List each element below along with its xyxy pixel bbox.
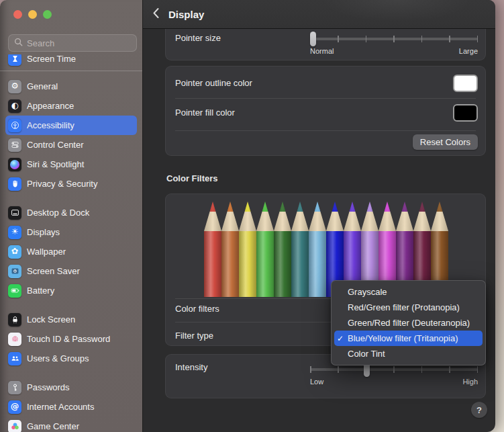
- pointer-fill-color-swatch[interactable]: [453, 104, 478, 122]
- sidebar-item-displays[interactable]: ☀Displays: [5, 222, 137, 242]
- slider-tick: [393, 366, 395, 373]
- sidebar-item-label: Siri & Spotlight: [27, 159, 84, 169]
- pencil: [309, 202, 326, 297]
- menu-item-label: Red/Green filter (Protanopia): [348, 302, 460, 312]
- pencil-tip: [256, 202, 274, 231]
- help-button[interactable]: ?: [471, 402, 487, 418]
- sidebar-item-label: General: [27, 81, 58, 91]
- search-input[interactable]: [27, 38, 131, 48]
- reset-colors-button[interactable]: Reset Colors: [413, 134, 478, 150]
- menu-item-red-green-filter-protanopia[interactable]: Red/Green filter (Protanopia): [334, 300, 483, 315]
- pencil-tip: [344, 202, 361, 231]
- slider-max-label: High: [462, 378, 478, 386]
- pencil-tip: [274, 202, 291, 231]
- sidebar-item-accessibility[interactable]: Accessibility: [5, 116, 137, 135]
- sidebar-item-internet-accounts[interactable]: @Internet Accounts: [5, 397, 137, 417]
- sidebar-item-siri-spotlight[interactable]: Siri & Spotlight: [5, 155, 137, 174]
- sidebar-item-lock-screen[interactable]: Lock Screen: [5, 310, 137, 329]
- pencil: [204, 202, 221, 297]
- pencil: [274, 202, 291, 297]
- sidebar-item-label: Accessibility: [27, 120, 74, 130]
- slider-tick: [421, 366, 423, 373]
- accessibility-icon: [8, 119, 21, 132]
- slider-tick: [310, 366, 311, 373]
- pencil-tip: [204, 202, 221, 231]
- sidebar-item-label: Appearance: [27, 101, 74, 111]
- pencil-body: [256, 231, 274, 297]
- back-button[interactable]: [152, 7, 160, 21]
- menu-item-blue-yellow-filter-tritanopia[interactable]: ✓Blue/Yellow filter (Tritanopia): [334, 331, 483, 346]
- appearance-icon: ◐: [8, 99, 21, 113]
- pencil-tip: [396, 202, 413, 231]
- sidebar-item-battery[interactable]: Battery: [5, 281, 137, 300]
- key-icon: [8, 381, 21, 394]
- screen-saver-icon: [8, 265, 21, 278]
- sidebar-item-label: Desktop & Dock: [27, 208, 89, 218]
- sidebar-item-screen-time[interactable]: Screen Time: [5, 54, 137, 69]
- zoom-button[interactable]: [43, 10, 52, 19]
- pencil-tip: [291, 202, 309, 231]
- sidebar-item-label: Touch ID & Password: [27, 334, 110, 344]
- divider: [175, 98, 476, 99]
- slider-min-label: Normal: [310, 47, 334, 55]
- slider-tick: [338, 36, 339, 42]
- sidebar-nav: Screen Time⚙General◐AppearanceAccessibil…: [0, 54, 142, 432]
- sidebar-item-screen-saver[interactable]: Screen Saver: [5, 261, 137, 281]
- sidebar-group: Screen Time: [5, 54, 137, 69]
- slider-range-labels: LowHigh: [310, 378, 478, 386]
- menu-item-grayscale[interactable]: Grayscale: [334, 284, 483, 300]
- sidebar-item-desktop-dock[interactable]: Desktop & Dock: [5, 203, 137, 222]
- menu-item-color-tint[interactable]: Color Tint: [334, 346, 483, 361]
- close-button[interactable]: [13, 10, 22, 19]
- sidebar-item-touch-id-password[interactable]: Touch ID & Password: [5, 329, 137, 349]
- sidebar-item-label: Displays: [27, 227, 60, 237]
- pointer-fill-color-label: Pointer fill color: [175, 107, 235, 118]
- menu-item-label: Grayscale: [348, 287, 387, 297]
- slider-track[interactable]: [310, 32, 478, 46]
- pointer-colors-card: Pointer outline color Pointer fill color…: [165, 66, 486, 156]
- slider-handle[interactable]: [310, 32, 316, 46]
- control-center-icon: [8, 138, 21, 152]
- menu-item-green-red-filter-deuteranopia[interactable]: Green/Red filter (Deuteranopia): [334, 315, 483, 331]
- slider-tick: [449, 366, 450, 373]
- gear-icon: ⚙: [8, 80, 21, 93]
- pencil: [239, 202, 256, 297]
- intensity-label: Intensity: [175, 362, 207, 372]
- sidebar-item-label: Wallpaper: [27, 247, 66, 257]
- pencil-tip: [239, 202, 256, 231]
- pointer-size-slider[interactable]: NormalLarge: [310, 32, 478, 55]
- sidebar-group: ⚙General◐AppearanceAccessibilityControl …: [5, 77, 137, 193]
- sidebar-item-wallpaper[interactable]: ✿Wallpaper: [5, 242, 137, 261]
- sidebar-item-users-groups[interactable]: Users & Groups: [5, 349, 137, 368]
- pointer-size-label: Pointer size: [175, 33, 221, 43]
- slider-tick: [338, 366, 339, 373]
- sidebar-item-game-center[interactable]: Game Center: [5, 417, 137, 432]
- sidebar-item-label: Privacy & Security: [27, 179, 97, 189]
- pencil: [221, 202, 239, 297]
- slider-max-label: Large: [459, 47, 478, 55]
- siri-icon: [8, 158, 21, 171]
- search-field[interactable]: [8, 34, 137, 52]
- sidebar-item-appearance[interactable]: ◐Appearance: [5, 96, 137, 116]
- pointer-outline-color-label: Pointer outline color: [175, 78, 252, 88]
- game-center-icon: [8, 420, 21, 432]
- lock-icon: [8, 313, 21, 327]
- users-icon: [8, 352, 21, 365]
- sidebar-item-label: Lock Screen: [27, 314, 75, 325]
- sidebar-item-control-center[interactable]: Control Center: [5, 135, 137, 155]
- pencil-tip: [361, 202, 379, 231]
- fingerprint-icon: [8, 333, 21, 346]
- main-panel: Pointer size NormalLarge Pointer outline…: [142, 0, 495, 432]
- intensity-slider[interactable]: LowHigh: [310, 363, 478, 386]
- pointer-outline-color-swatch[interactable]: [453, 75, 478, 92]
- screen-time-icon: [8, 54, 21, 66]
- system-settings-window: Screen Time⚙General◐AppearanceAccessibil…: [0, 0, 495, 432]
- slider-tick: [393, 36, 395, 42]
- sidebar-item-privacy-security[interactable]: Privacy & Security: [5, 174, 137, 193]
- menu-item-label: Blue/Yellow filter (Tritanopia): [348, 333, 458, 343]
- pencil-tip: [309, 202, 326, 231]
- sidebar-item-passwords[interactable]: Passwords: [5, 378, 137, 397]
- sidebar-item-general[interactable]: ⚙General: [5, 77, 137, 96]
- pencil-tip: [431, 202, 448, 231]
- minimize-button[interactable]: [28, 10, 37, 19]
